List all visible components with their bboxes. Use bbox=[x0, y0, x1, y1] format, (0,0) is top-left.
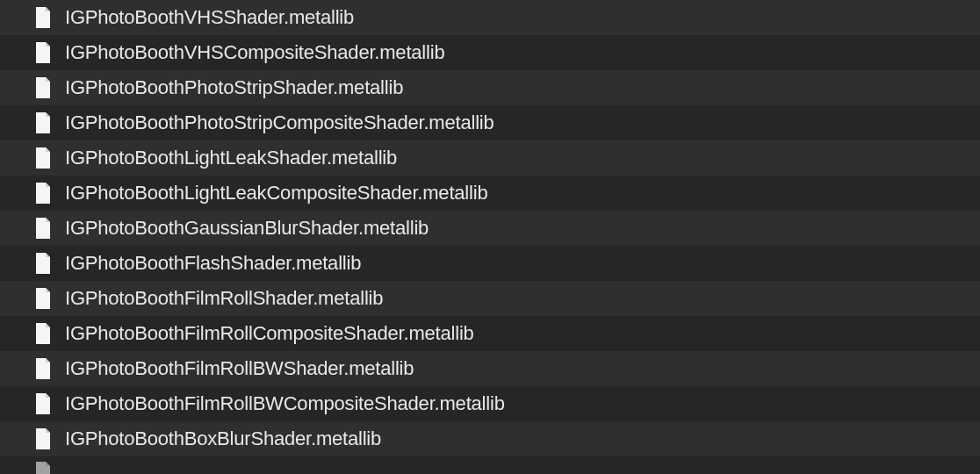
document-icon bbox=[33, 6, 53, 29]
document-icon bbox=[33, 111, 53, 134]
document-icon bbox=[33, 252, 53, 275]
document-icon bbox=[33, 182, 53, 205]
file-name-label: IGPhotoBoothPhotoStripCompositeShader.me… bbox=[65, 111, 494, 134]
file-name-label: IGPhotoBoothLightLeakShader.metallib bbox=[65, 147, 397, 169]
file-name-label: IGPhotoBoothFlashShader.metallib bbox=[65, 252, 361, 275]
file-list: IGPhotoBoothVHSShader.metallib IGPhotoBo… bbox=[0, 0, 980, 474]
document-icon bbox=[33, 322, 53, 345]
file-name-label: IGPhotoBoothVHSCompositeShader.metallib bbox=[65, 41, 444, 64]
document-icon bbox=[33, 41, 53, 64]
document-icon bbox=[33, 147, 53, 169]
file-name-label: IGPhotoBoothPhotoStripShader.metallib bbox=[65, 76, 403, 99]
file-name-label: IGPhotoBoothBoxBlurShader.metallib bbox=[65, 427, 381, 450]
document-icon bbox=[33, 76, 53, 99]
file-name-label: IGPhotoBoothFilmRollBWShader.metallib bbox=[65, 357, 414, 380]
document-icon bbox=[33, 357, 53, 380]
file-row[interactable]: IGPhotoBoothLightLeakCompositeShader.met… bbox=[0, 176, 980, 211]
file-row[interactable]: IGPhotoBoothFilmRollShader.metallib bbox=[0, 281, 980, 316]
document-icon bbox=[33, 392, 53, 415]
file-name-label: IGPhotoBoothLightLeakCompositeShader.met… bbox=[65, 182, 487, 205]
document-icon bbox=[33, 427, 53, 450]
file-row[interactable]: IGPhotoBoothVHSShader.metallib bbox=[0, 0, 980, 35]
file-row[interactable]: IGPhotoBoothGaussianBlurShader.metallib bbox=[0, 211, 980, 246]
file-name-label: IGPhotoBoothGaussianBlurShader.metallib bbox=[65, 217, 429, 240]
document-icon bbox=[33, 461, 53, 474]
document-icon bbox=[33, 217, 53, 240]
file-row[interactable]: IGPhotoBoothFilmRollBWCompositeShader.me… bbox=[0, 386, 980, 421]
file-row[interactable]: IGPhotoBoothBoxBlurShader.metallib bbox=[0, 421, 980, 456]
file-row[interactable]: IGPhotoBoothFilmRollBWShader.metallib bbox=[0, 351, 980, 386]
file-row[interactable]: IGPhotoBoothFilmRollCompositeShader.meta… bbox=[0, 316, 980, 351]
file-name-label: IGPhotoBoothFilmRollCompositeShader.meta… bbox=[65, 322, 474, 345]
file-row[interactable]: IGPhotoBoothPhotoStripCompositeShader.me… bbox=[0, 105, 980, 140]
file-name-label: IGPhotoBoothFilmRollShader.metallib bbox=[65, 287, 383, 310]
file-row[interactable]: IGPhotoBoothLightLeakShader.metallib bbox=[0, 140, 980, 176]
file-row[interactable]: IGPhotoBoothFlashShader.metallib bbox=[0, 246, 980, 281]
file-row[interactable]: IGPhotoBoothPhotoStripShader.metallib bbox=[0, 70, 980, 105]
document-icon bbox=[33, 287, 53, 310]
file-row[interactable]: IGPhotoBoothVHSCompositeShader.metallib bbox=[0, 35, 980, 70]
file-name-label: IGPhotoBoothFilmRollBWCompositeShader.me… bbox=[65, 392, 505, 415]
file-name-label: IGPhotoBoothVHSShader.metallib bbox=[65, 6, 354, 29]
file-row[interactable] bbox=[0, 456, 980, 474]
